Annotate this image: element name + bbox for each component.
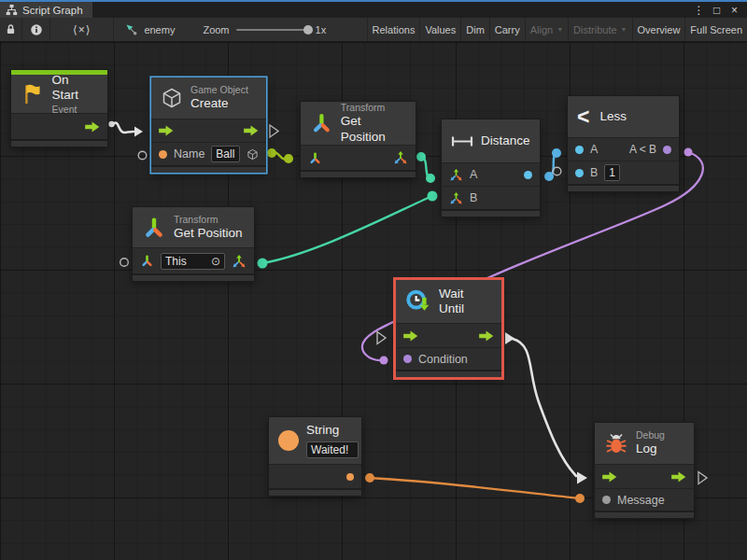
zoom-control: Zoom 1x [191, 18, 337, 41]
flow-out-port[interactable] [479, 330, 494, 342]
transform-in-port[interactable] [308, 151, 322, 165]
flow-row [595, 464, 694, 488]
node-footer [151, 165, 266, 173]
port-row [269, 464, 361, 488]
input-a-row: A A < B [568, 137, 679, 161]
node-debug-log[interactable]: Debug Log Message [595, 423, 694, 518]
node-header: String Waited! [269, 417, 361, 464]
name-input[interactable]: Ball [211, 146, 240, 162]
string-out-port[interactable] [346, 473, 354, 481]
maximize-icon[interactable]: □ [710, 4, 724, 17]
vector3-out-port[interactable] [232, 254, 247, 269]
message-in-port[interactable] [602, 496, 611, 504]
condition-in-port[interactable] [403, 355, 412, 363]
node-get-position-left[interactable]: Transform Get Position This ⊙ [133, 207, 254, 281]
node-less[interactable]: < Less A A < B B 1 [568, 96, 679, 191]
game-object-icon [161, 87, 183, 109]
float-out-port[interactable] [524, 171, 532, 179]
node-on-start[interactable]: On Start Event [11, 70, 107, 147]
wait-clock-icon [405, 288, 431, 315]
less-icon: < [577, 106, 589, 128]
node-title: Log [636, 441, 665, 456]
transform-icon [310, 111, 333, 135]
flow-out-port[interactable] [244, 125, 259, 136]
carry-button[interactable]: Carry [489, 18, 525, 41]
target-input[interactable]: This ⊙ [161, 253, 225, 270]
a-in-port[interactable] [575, 146, 584, 154]
window-controls: ⋮ □ × [692, 2, 747, 18]
node-header: Game Object Create [151, 77, 266, 119]
a-label: A [590, 143, 598, 156]
node-wait-until[interactable]: Wait Until Condition [396, 280, 501, 377]
node-header: On Start Event [11, 75, 107, 113]
tab-script-graph[interactable]: Script Graph [0, 2, 92, 18]
node-footer [269, 488, 361, 496]
node-title: Wait Until [439, 287, 492, 316]
zoom-label: Zoom [203, 24, 229, 35]
node-header: Debug Log [595, 423, 694, 464]
node-footer [133, 273, 254, 281]
flow-in-port[interactable] [602, 471, 617, 483]
node-category: Game Object [190, 84, 248, 95]
port-row [301, 145, 416, 170]
string-value-input[interactable]: Waited! [306, 441, 359, 458]
chevron-down-icon: ▼ [621, 26, 627, 33]
node-header: < Less [568, 96, 679, 137]
b-value-input[interactable]: 1 [604, 164, 620, 181]
vector3-in-port-b[interactable] [449, 191, 463, 205]
node-title: Create [190, 96, 248, 111]
flow-in-port[interactable] [403, 330, 418, 342]
object-picker-icon[interactable]: ⊙ [211, 255, 220, 268]
code-view-button[interactable]: ⟨×⟩ [50, 18, 114, 41]
node-footer [595, 511, 694, 518]
fullscreen-button[interactable]: Full Screen [684, 18, 747, 41]
lock-icon [6, 22, 16, 36]
name-in-port[interactable] [159, 150, 167, 159]
lock-button[interactable] [0, 18, 22, 41]
node-get-position-top[interactable]: Transform Get Position [301, 102, 416, 177]
node-title: String [306, 423, 359, 438]
node-title: Get Position [174, 226, 243, 241]
code-icon: ⟨×⟩ [56, 23, 107, 36]
info-button[interactable] [22, 18, 50, 41]
overview-button[interactable]: Overview [632, 18, 685, 41]
graph-asset-icon [125, 23, 138, 36]
vector3-in-port-a[interactable] [449, 168, 463, 182]
graph-breadcrumb[interactable]: enemy [114, 18, 186, 41]
values-button[interactable]: Values [419, 18, 460, 41]
message-label: Message [617, 494, 665, 507]
chevron-down-icon: ▼ [557, 26, 563, 33]
node-title: Get Position [341, 114, 406, 144]
distance-icon [451, 134, 473, 148]
input-b-row: B 1 [568, 161, 679, 184]
transform-in-port[interactable] [140, 254, 154, 268]
flag-icon [21, 82, 45, 106]
relations-button[interactable]: Relations [367, 18, 420, 41]
flow-row [151, 119, 266, 142]
distribute-button[interactable]: Distribute▼ [568, 18, 631, 41]
node-string[interactable]: String Waited! [269, 417, 361, 496]
input-b-row: B [442, 186, 540, 209]
b-in-port[interactable] [575, 169, 584, 177]
close-icon[interactable]: × [727, 4, 741, 17]
game-object-out-port[interactable] [247, 147, 259, 161]
node-footer [11, 139, 107, 147]
zoom-slider-handle[interactable] [303, 25, 313, 35]
flow-row [396, 323, 501, 347]
window-menu-icon[interactable]: ⋮ [692, 4, 706, 17]
node-distance[interactable]: Distance A B [442, 119, 540, 217]
node-subtitle: Event [52, 104, 98, 115]
flow-out-port[interactable] [85, 121, 100, 133]
bool-out-port[interactable] [663, 146, 671, 154]
graph-name: enemy [144, 24, 175, 35]
b-label: B [470, 191, 477, 204]
input-a-row: A [442, 162, 540, 186]
node-create[interactable]: Game Object Create Name Ball [151, 77, 266, 173]
flow-out-port[interactable] [671, 471, 686, 483]
dim-button[interactable]: Dim [460, 18, 489, 41]
tab-bar: Script Graph ⋮ □ × [0, 2, 747, 18]
zoom-slider[interactable] [236, 29, 309, 31]
align-button[interactable]: Align▼ [525, 18, 568, 41]
vector3-out-port[interactable] [393, 150, 408, 165]
flow-in-port[interactable] [159, 125, 174, 136]
